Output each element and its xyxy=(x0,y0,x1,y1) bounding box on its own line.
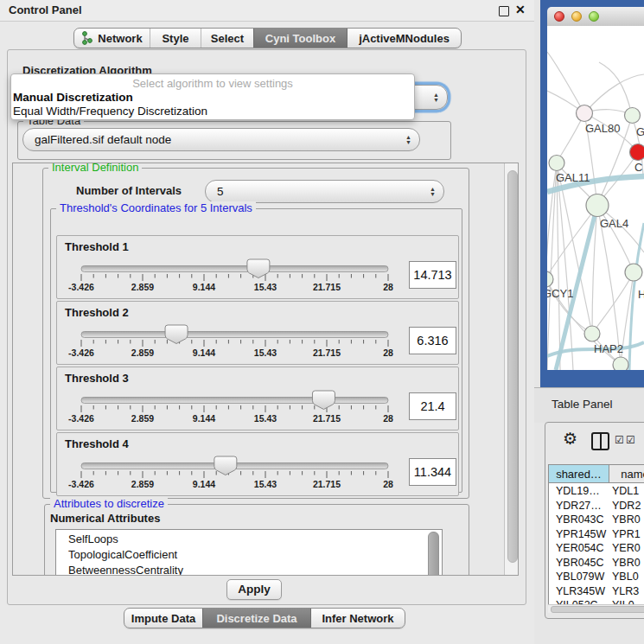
tick-label: 9.144 xyxy=(193,413,215,424)
cell-shared-name: YDR27… xyxy=(556,500,602,512)
attributes-group: Attributes to discretize Numerical Attri… xyxy=(44,504,469,576)
split-columns-icon[interactable] xyxy=(591,432,609,450)
control-panel-title: Control Panel xyxy=(9,3,82,16)
threshold-slider[interactable]: -3.4262.8599.14415.4321.71528 xyxy=(57,236,403,298)
attribute-list-item[interactable]: BetweennessCentrality xyxy=(56,563,442,576)
control-panel: Control Panel ✕ NetworkStyleSelectCyni T… xyxy=(0,0,534,644)
close-icon[interactable]: ✕ xyxy=(515,3,526,16)
table-row[interactable]: YPR145WYPR1 xyxy=(549,528,644,543)
table-data-combobox[interactable]: galFiltered.sif default node ▲▼ xyxy=(22,128,420,151)
node-attribute-table[interactable]: shared…nameYDL19…YDL1YDR27…YDR2YBR043CYB… xyxy=(548,464,644,606)
attribute-list-item[interactable]: TopologicalCoefficient xyxy=(56,547,442,563)
tick-label: 15.43 xyxy=(254,282,277,292)
network-node-hap2[interactable] xyxy=(584,326,600,341)
numerical-attributes-list[interactable]: SelfLoopsTopologicalCoefficientBetweenne… xyxy=(55,529,443,576)
float-window-icon[interactable] xyxy=(499,6,509,16)
tab-jactivemnodules[interactable]: jActiveMNodules xyxy=(347,29,461,48)
threshold-value-field[interactable]: 11.344 xyxy=(409,458,456,486)
table-column-header[interactable]: name xyxy=(609,465,644,483)
combo-stepper-icon: ▲▼ xyxy=(433,92,439,103)
network-view-window[interactable]: GAL80GACGAL11GAL4GCY1HHAP2 xyxy=(540,0,644,393)
network-canvas[interactable]: GAL80GACGAL11GAL4GCY1HHAP2 xyxy=(547,26,644,370)
checkbox-icon[interactable]: ☑ xyxy=(615,434,624,446)
tab-select[interactable]: Select xyxy=(201,29,253,48)
algorithm-dropdown-popup: Select algorithm to view settings Manual… xyxy=(10,73,415,120)
network-node-gal4[interactable] xyxy=(586,194,609,217)
tab-label: Impute Data xyxy=(131,612,195,625)
network-icon xyxy=(81,31,93,45)
combo-stepper-icon: ▲▼ xyxy=(405,135,411,145)
slider-thumb[interactable] xyxy=(247,259,270,278)
threshold-1-box: Threshold 1-3.4262.8599.14415.4321.71528… xyxy=(56,235,459,299)
attributes-list-scrollbar[interactable] xyxy=(428,532,439,576)
network-edge[interactable] xyxy=(599,62,632,116)
tick-label: 9.144 xyxy=(193,348,215,358)
cell-name: YER0 xyxy=(612,542,641,554)
tab-cyni-toolbox[interactable]: Cyni Toolbox xyxy=(253,29,347,48)
table-panel-header: Table Panel xyxy=(534,387,644,423)
network-node-gal11[interactable] xyxy=(549,156,564,171)
threshold-value-field[interactable]: 6.316 xyxy=(409,327,456,354)
close-traffic-light-icon[interactable] xyxy=(554,11,564,22)
table-horizontal-scrollbar[interactable] xyxy=(548,604,644,613)
table-column-header[interactable]: shared… xyxy=(549,465,609,483)
zoom-traffic-light-icon[interactable] xyxy=(589,11,599,22)
tick-label: 2.859 xyxy=(131,282,154,292)
network-node-h[interactable] xyxy=(625,264,642,281)
tick-label: -3.426 xyxy=(68,282,94,292)
slider-thumb[interactable] xyxy=(214,456,237,475)
slider-thumb[interactable] xyxy=(312,391,335,410)
network-node-c[interactable] xyxy=(630,144,644,161)
table-row[interactable]: YER054CYER0 xyxy=(549,542,644,557)
network-edge[interactable] xyxy=(592,272,634,334)
gear-icon[interactable]: ⚙ xyxy=(563,429,577,449)
minimize-traffic-light-icon[interactable] xyxy=(571,11,582,22)
attribute-list-item[interactable]: SelfLoops xyxy=(56,532,442,547)
threshold-value-field[interactable]: 14.713 xyxy=(409,261,456,289)
cell-name: YPR1 xyxy=(612,528,641,540)
tab-infer-network[interactable]: Infer Network xyxy=(310,609,405,628)
tick-label: 2.859 xyxy=(131,413,154,424)
table-row[interactable]: YDL19…YDL1 xyxy=(549,485,644,500)
network-node[interactable] xyxy=(613,357,628,370)
slider-thumb[interactable] xyxy=(165,325,188,344)
network-edge[interactable] xyxy=(584,74,644,113)
network-node-gal80[interactable] xyxy=(577,105,593,122)
threshold-value-field[interactable]: 21.4 xyxy=(409,392,456,420)
network-node-ga[interactable] xyxy=(625,108,641,124)
threshold-slider[interactable]: -3.4262.8599.14415.4321.71528 xyxy=(57,433,403,495)
cell-shared-name: YBL079W xyxy=(556,571,604,583)
threshold-slider[interactable]: -3.4262.8599.14415.4321.71528 xyxy=(57,367,403,430)
table-row[interactable]: YBL079WYBL0 xyxy=(549,571,644,585)
network-edge[interactable] xyxy=(547,52,584,113)
cell-shared-name: YBR045C xyxy=(556,557,604,569)
checkbox-icon[interactable]: ☑ xyxy=(626,434,635,446)
table-row[interactable]: YBR045CYBR0 xyxy=(549,557,644,571)
scrollbar-thumb[interactable] xyxy=(507,170,518,563)
tab-label: Style xyxy=(162,32,188,45)
number-of-intervals-combobox[interactable]: 5 ▲▼ xyxy=(205,180,444,203)
tab-network[interactable]: Network xyxy=(74,29,150,48)
tab-style[interactable]: Style xyxy=(150,29,201,48)
cell-shared-name: YBR043C xyxy=(556,513,604,526)
top-tab-bar: NetworkStyleSelectCyni ToolboxjActiveMNo… xyxy=(73,28,462,48)
tab-impute-data[interactable]: Impute Data xyxy=(124,609,202,628)
network-window-titlebar[interactable] xyxy=(547,7,644,27)
tab-discretize-data[interactable]: Discretize Data xyxy=(202,609,310,628)
popup-option-equal-width[interactable]: Equal Width/Frequency Discretization xyxy=(11,105,414,119)
scrollbar-thumb[interactable] xyxy=(551,606,644,613)
tick-label: 9.144 xyxy=(193,479,215,489)
popup-prompt-item[interactable]: Select algorithm to view settings xyxy=(11,77,414,91)
table-row[interactable]: YDR27…YDR2 xyxy=(549,500,644,514)
table-row[interactable]: YLR345WYLR3 xyxy=(549,585,644,600)
tick-label: 9.144 xyxy=(193,282,215,292)
network-node-gcy1[interactable] xyxy=(547,271,553,287)
cell-name: YBR0 xyxy=(612,513,641,526)
popup-option-manual-discretization[interactable]: Manual Discretization xyxy=(11,91,414,105)
network-node-label: C xyxy=(634,161,642,174)
table-row[interactable]: YBR043CYBR0 xyxy=(549,513,644,528)
threshold-slider[interactable]: -3.4262.8599.14415.4321.71528 xyxy=(57,302,403,364)
settings-vertical-scrollbar[interactable] xyxy=(504,163,519,575)
apply-button[interactable]: Apply xyxy=(226,579,282,600)
tick-label: 21.715 xyxy=(313,479,341,489)
